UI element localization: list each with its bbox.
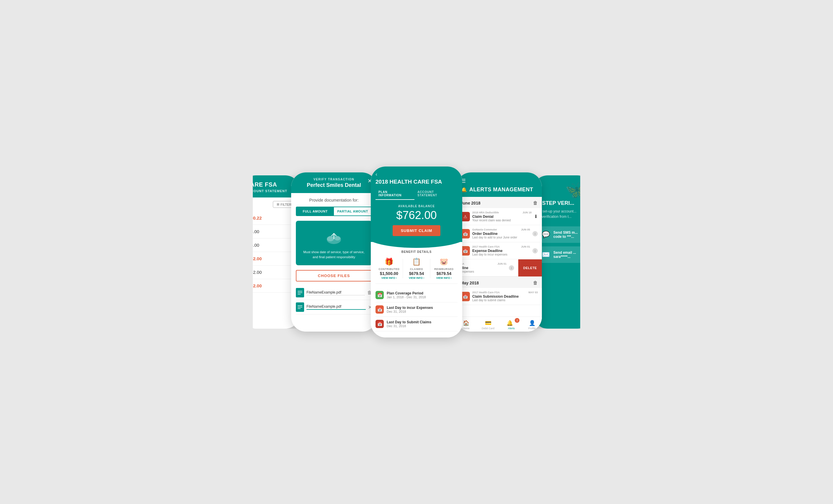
benefits-grid: 🎁 CONTRIBUTED $1,500.00 VIEW INFO › 📋 CL… (376, 258, 457, 284)
plan-coverage-title: Plan Coverage Period (387, 291, 426, 295)
benefit-reimbursed: 🐷 REIMBURSED $679.54 VIEW INFO › (430, 258, 457, 279)
phone-health-care-fsa: ‹ 2018 HEALTH CARE FSA PLAN INFORMATION … (371, 167, 462, 337)
alert-item-swiped[interactable]: 📅 se Care FSA JUN 01 se Deadline y to in… (456, 259, 542, 277)
choose-files-button[interactable]: CHOOSE FILES (296, 270, 372, 281)
balance-label: AVAILABLE BALANCE (371, 205, 462, 208)
footer-tab-profile[interactable]: 👤 Profile (528, 320, 536, 330)
alert-title: Order Deadline (472, 232, 530, 236)
benefit-reimbursed-amount: $679.54 (430, 271, 457, 276)
file-name: FileNameExample.pdf (307, 290, 365, 295)
screen-alerts-management: ☰ 🔔 ALERTS MANAGEMENT June 2018 🗑 ⚠ (456, 172, 542, 332)
list-item[interactable]: $23.00 › (246, 225, 295, 238)
amount: $23.00 (246, 243, 259, 248)
benefit-contributed-label: CONTRIBUTED (376, 268, 403, 271)
screen5-content: 2 STEP VERI... To set-up your account...… (538, 200, 587, 267)
claim-deadline-row[interactable]: 📅 Last Day to Submit Claims Dec 31, 2018 (376, 317, 457, 331)
list-item[interactable]: $432.00 › (246, 266, 295, 279)
bottom-navigation: 🏠 Home 💳 Debit Card 🔔 2 Alerts (456, 317, 542, 332)
list-item[interactable]: $432.00 (246, 279, 295, 293)
claim-deadline-title: Last Day to Submit Claims (387, 320, 431, 324)
full-amount-toggle[interactable]: FULL AMOUNT (296, 207, 334, 216)
bird-decoration-icon: 🦋 (565, 179, 587, 200)
upload-cloud-icon (325, 227, 343, 247)
alert-date: JUN 01 (497, 262, 506, 265)
alert-content: 2017 Health Care FSA MAY 03 Claim Submis… (472, 291, 538, 302)
alert-source: 2017 Health Care FSA JUN 01 (472, 245, 530, 248)
benefit-claimed-amount: $679.54 (403, 271, 430, 276)
tab-plan-information[interactable]: PLAN INFORMATION (376, 188, 414, 200)
screen2-header-title: Perfect Smiles Dental (296, 182, 372, 188)
file-pdf-icon (296, 302, 304, 312)
alert-item-order-deadline[interactable]: 📅 GoNavia Commuter JUN 05 Order Deadline… (456, 225, 542, 242)
amount: $500.22 (246, 216, 262, 221)
alert-sub: y to incur expenses (456, 270, 506, 273)
download-icon[interactable]: ⬇ (534, 214, 538, 219)
list-item[interactable]: $432.00 (246, 252, 295, 266)
list-item[interactable]: $23.00 › (246, 238, 295, 252)
info-icon[interactable]: i (509, 265, 514, 271)
debit-card-icon: 💳 (485, 320, 492, 326)
upload-instructions: Must show date of service, type of servi… (301, 250, 367, 259)
phone-2step-verification: 🦋 2 STEP VERI... To set-up your account.… (533, 175, 592, 329)
info-icon[interactable]: i (532, 248, 538, 253)
alert-date: JUN 18 (522, 211, 531, 214)
alert-date: JUN 01 (521, 245, 530, 248)
expense-deadline-date: Dec 31, 2018 (387, 310, 433, 313)
alert-title: Claim Denial (472, 215, 531, 219)
alert-item-claim-submission[interactable]: 📅 2017 Health Care FSA MAY 03 Claim Subm… (456, 288, 542, 305)
screen2-header: VERIFY TRANSACTION Perfect Smiles Dental… (291, 172, 377, 193)
alert-source: 2017 Health Care FSA MAY 03 (472, 291, 538, 294)
partial-amount-toggle[interactable]: PARTIAL AMOUNT (334, 207, 372, 216)
alerts-label: Alerts (508, 327, 515, 330)
delete-button[interactable]: DELETE (518, 259, 542, 276)
email-option[interactable]: ✉️ Send email ...sara*****... (538, 246, 587, 263)
delete-may-section-icon[interactable]: 🗑 (533, 280, 538, 285)
sms-option[interactable]: 💬 Send SMS m...code to ***... (538, 226, 587, 243)
claimed-icon: 📋 (403, 258, 430, 266)
filter-icon: ⊞ (277, 202, 279, 206)
alert-item-claim-denial[interactable]: ⚠ 2018 HRA Deductible JUN 18 Claim Denia… (456, 208, 542, 225)
alerts-badge: 2 (515, 318, 520, 323)
claim-deadline-icon: 📅 (376, 320, 384, 328)
plan-coverage-row[interactable]: 📅 Plan Coverage Period Jan 1, 2018 - Dec… (376, 288, 457, 302)
alert-title: Claim Submission Deadline (472, 295, 538, 299)
footer-tab-debit-card[interactable]: 💳 Debit Card (482, 320, 494, 330)
svg-point-2 (334, 236, 341, 241)
footer-tab-alerts[interactable]: 🔔 2 Alerts (506, 320, 516, 330)
footer-tab-home[interactable]: 🏠 Home (462, 320, 470, 330)
amount: $432.00 (246, 270, 262, 275)
alert-title: se Deadline (456, 266, 506, 270)
alert-item-expense-deadline[interactable]: 📅 2017 Health Care FSA JUN 01 Expense De… (456, 242, 542, 259)
alert-sub: Last day to incur expenses (472, 253, 530, 256)
alert-source: se Care FSA JUN 01 (456, 262, 506, 265)
alert-content: se Care FSA JUN 01 se Deadline y to incu… (456, 262, 506, 273)
menu-icon[interactable]: ☰ (461, 178, 537, 184)
amount: $432.00 (246, 256, 262, 261)
reimbursed-view-info[interactable]: VIEW INFO › (430, 276, 457, 279)
alert-sub: Last day to add to your June order (472, 236, 530, 239)
benefits-section: BENEFIT DETAILS 🎁 CONTRIBUTED $1,500.00 … (371, 242, 462, 335)
tab-account-statement[interactable]: ACCOUNT STATEMENT (414, 188, 457, 200)
file-item: FileNameExample.pdf 🗑 (296, 285, 372, 300)
list-item[interactable]: $500.22 (246, 211, 295, 225)
phone-verify-transaction: VERIFY TRANSACTION Perfect Smiles Dental… (291, 172, 377, 332)
screen4-header-row: 🔔 ALERTS MANAGEMENT (461, 186, 537, 193)
sms-text: Send SMS m...code to ***... (553, 230, 578, 239)
contributed-view-info[interactable]: VIEW INFO › (376, 276, 403, 279)
file-item-uploading: FileNameExample.pdf ✕ (296, 300, 372, 314)
delete-section-icon[interactable]: 🗑 (533, 200, 538, 206)
debit-card-label: Debit Card (482, 327, 494, 330)
back-button[interactable]: ‹ (376, 171, 457, 177)
expense-deadline-row[interactable]: 📅 Last Day to incur Expenses Dec 31, 201… (376, 302, 457, 317)
submit-claim-button[interactable]: SUBMIT CLAIM (392, 225, 441, 236)
claimed-view-info[interactable]: VIEW INFO › (403, 276, 430, 279)
sms-icon: 💬 (542, 231, 550, 238)
alerts-body: June 2018 🗑 ⚠ 2018 HRA Deductible JUN 18… (456, 197, 542, 317)
expense-deadline-title: Last Day to incur Expenses (387, 306, 433, 310)
info-icon[interactable]: i (532, 231, 538, 236)
phone-alerts-management: ☰ 🔔 ALERTS MANAGEMENT June 2018 🗑 ⚠ (456, 172, 542, 332)
gift-icon: 🎁 (376, 258, 403, 266)
2step-subtitle: To set-up your account...of verification… (538, 209, 587, 219)
alert-sub: Your recent claim was denied (472, 219, 531, 222)
alert-title: Expense Deadline (472, 249, 530, 253)
